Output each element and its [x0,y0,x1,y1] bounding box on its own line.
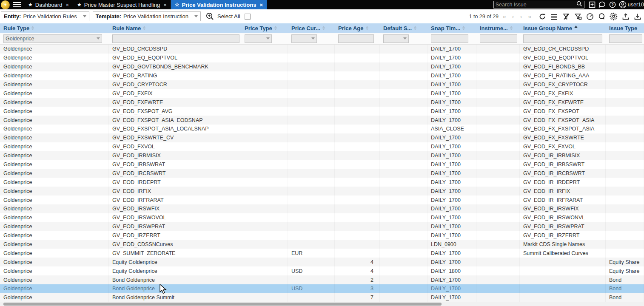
table-row[interactable]: GoldenpriceGV_EOD_FXSPOT_AVGDAILY_1700GV… [0,107,644,116]
table-row[interactable]: GoldenpriceGV_EOD_FXSPOT_ASIA_EODSNAPDAI… [0,116,644,125]
entity-dropdown[interactable]: Entity: Price Validation Rules [1,11,89,21]
table-row[interactable]: GoldenpriceGV_EOD_CRCDSSPDDAILY_1700GV_E… [0,45,644,54]
close-icon[interactable]: × [259,2,263,8]
user-icon[interactable] [618,0,628,9]
table-row[interactable]: GoldenpriceBond Goldenprice Summit7DAILY… [0,293,644,302]
table-row[interactable]: GoldenpriceGV_EOD_IRBMISIXDAILY_1700GV_E… [0,151,644,160]
cell-instrument [476,258,520,266]
filter-snap-time-input[interactable] [431,34,468,43]
column-header-price-type[interactable]: Price Type [241,23,288,33]
star-filled-icon[interactable]: ★ [28,2,33,8]
star-filled-icon[interactable]: ★ [77,2,82,8]
chat-icon[interactable] [597,0,607,9]
select-all-checkbox[interactable] [245,14,251,20]
filter-default-s-select[interactable] [383,34,409,43]
cell-issue-group-name: GV_EOD_FX_FXFIX [520,89,606,98]
filter-rule-type-select[interactable]: Goldenprice [3,34,102,43]
column-header-rule-type[interactable]: Rule Type [0,23,109,33]
table-row[interactable]: GoldenpriceGV_EOD_EQ_EQOPTVOLDAILY_1700G… [0,54,644,62]
table-row[interactable]: GoldenpriceEquity GoldenpriceUSD4DAILY_1… [0,266,644,275]
close-icon[interactable]: × [163,2,167,8]
filter-issue-type-input[interactable] [609,34,642,43]
column-header-price-age[interactable]: Price Age [335,23,380,33]
search-issue-box[interactable] [493,1,584,8]
first-page-icon[interactable]: « [503,14,506,20]
star-outline-icon[interactable]: ☆ [175,2,180,8]
table-row[interactable]: GoldenpriceGV_EOD_FXSWRTE_CVDAILY_1700GV… [0,133,644,142]
table-row[interactable]: GoldenpriceGV_EOD_IRFRARATDAILY_1700GV_E… [0,196,644,204]
table-row[interactable]: GoldenpriceBond GoldenpriceUSD3DAILY_170… [0,284,644,293]
filter-icon[interactable] [574,12,582,20]
filter-rule-name-input[interactable] [112,34,239,43]
column-header-issue-group-name[interactable]: Issue Group Name [520,23,606,33]
filter-instrument-input[interactable] [480,34,517,43]
add-window-icon[interactable] [587,0,597,9]
filter-issue-group-name-input[interactable] [523,34,602,43]
table-row[interactable]: GoldenpriceGV_EOD_FXFIXDAILY_1700GV_EOD_… [0,89,644,98]
download-icon[interactable] [633,12,641,20]
gear-icon[interactable] [610,12,618,20]
table-row[interactable]: GoldenpriceEquity Goldenprice4DAILY_1700… [0,258,644,266]
zoom-in-icon[interactable] [206,12,214,20]
filter-price-age-input[interactable] [338,34,374,43]
cell-price-age [335,54,380,62]
cell-issue-group-name: GV_EOD_IR_IRCBSWRT [520,169,606,178]
tab-price-validation-instructions[interactable]: ☆Price Validation Instructions× [171,0,267,9]
table-row[interactable]: GoldenpriceGV_EOD_IRFIXDAILY_1700GV_EOD_… [0,187,644,196]
column-header-default-s[interactable]: Default S... [380,23,427,33]
table-row[interactable]: GoldenpriceGV_EOD_RATINGDAILY_1700GV_EOD… [0,71,644,80]
table-row[interactable]: GoldenpriceGV_SUMMIT_ZERORATEEURDAILY_17… [0,249,644,258]
search-issue-input[interactable] [496,2,576,8]
table-row[interactable]: GoldenpriceGV_EOD_IRCBSWRTDAILY_1700GV_E… [0,169,644,178]
cell-price-type [241,125,288,133]
table-row[interactable]: GoldenpriceGV_EOD_IRSWOVOLDAILY_1700GV_E… [0,213,644,222]
cell-price-age [335,187,380,196]
table-row[interactable]: GoldenpriceGV_EOD_IRSWPRATDAILY_1700GV_E… [0,222,644,231]
table-row[interactable]: GoldenpriceGV_EOD_FXSPOT_ASIA_LOCALSNAPA… [0,125,644,133]
prev-page-icon[interactable]: ‹ [512,14,514,20]
tab-dashboard[interactable]: ★Dashboard× [24,0,73,9]
table-row[interactable]: GoldenpriceGV_EOD_FXFWRTEDAILY_1700GV_EO… [0,98,644,107]
cell-price-currency [288,204,335,213]
cell-snap-time: DAILY_1700 [427,62,476,71]
table-row[interactable]: GoldenpriceGV_EOD_IRBSWRATDAILY_1700GV_E… [0,160,644,169]
column-header-instrument[interactable]: Instrume... [476,23,520,33]
table-row[interactable]: GoldenpriceGV_EOD_IRSWFIXDAILY_1700GV_EO… [0,204,644,213]
zoom-search-icon[interactable] [598,12,606,20]
column-header-snap-time[interactable]: Snap Tim... [427,23,476,33]
username-label[interactable]: user10 [628,0,644,9]
clock-icon[interactable] [586,12,594,20]
table-row[interactable]: GoldenpriceBond Goldenprice2DAILY_1700Bo… [0,275,644,284]
cell-instrument [476,142,520,151]
column-header-issue-type[interactable]: Issue Type [606,23,644,33]
horizontal-scrollbar-thumb[interactable] [3,303,442,306]
template-dropdown[interactable]: Template: Price Validation Instruction [93,11,201,21]
table-row[interactable]: GoldenpriceGV_EOD_CDSSNCurvesLDN_0900Mar… [0,240,644,249]
last-page-icon[interactable]: » [528,14,531,20]
filter-price-type-select[interactable] [245,34,272,43]
filter-clear-icon[interactable] [562,12,570,20]
close-icon[interactable]: × [66,2,69,8]
tab-price-master-suspect-handling[interactable]: ★Price Master Suspect Handling× [73,0,171,9]
table-row[interactable]: GoldenpriceGV_EOD_IRDEPRTDAILY_1700GV_EO… [0,178,644,187]
column-header-price-currency[interactable]: Price Cur... [288,23,335,33]
table-row[interactable]: GoldenpriceGV_EOD_GOVTBONDS_BENCHMARKDAI… [0,62,644,71]
table-row[interactable]: GoldenpriceGV_EOD_CRYPTOCRDAILY_1700GV_E… [0,80,644,89]
chevron-down-icon [266,37,270,40]
hamburger-menu-icon[interactable] [13,0,21,9]
cell-price-age [335,71,380,80]
refresh-icon[interactable] [538,12,546,20]
column-header-rule-name[interactable]: Rule Name [109,23,241,33]
table-row[interactable]: GoldenpriceGV_EOD_FXVOLDAILY_1700GV_EOD_… [0,142,644,151]
upload-icon[interactable] [621,12,630,20]
horizontal-scrollbar[interactable] [0,302,644,306]
next-page-icon[interactable]: › [520,14,522,20]
help-icon[interactable]: ? [607,0,618,9]
menu-lines-icon[interactable] [550,12,558,20]
table-row[interactable]: GoldenpriceGV_EOD_IRZERRTDAILY_1700GV_EO… [0,231,644,240]
cell-instrument [476,222,520,231]
cell-price-currency [288,231,335,240]
search-icon[interactable] [576,1,582,8]
filter-price-currency-select[interactable] [291,34,317,43]
cell-issue-group-name: GV_EOD_FX_FXSPOT_ASIA [520,116,606,125]
